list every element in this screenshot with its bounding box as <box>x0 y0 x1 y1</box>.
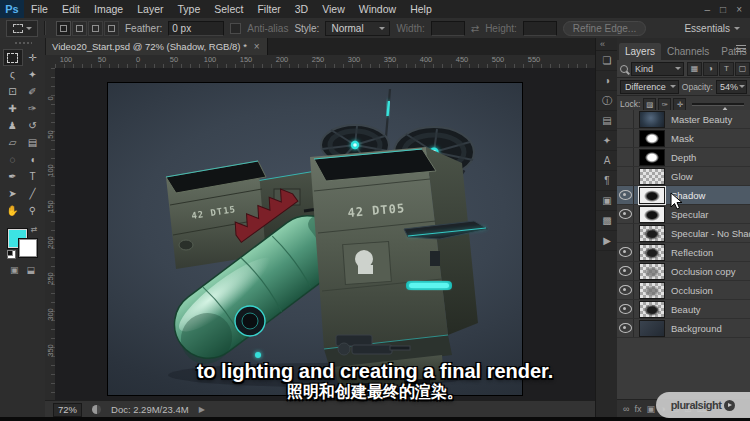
filter-kind-select[interactable]: Kind <box>631 62 684 76</box>
lasso-tool[interactable]: ς <box>3 66 23 83</box>
document-tab[interactable]: Video20_Start.psd @ 72% (Shadow, RGB/8) … <box>45 38 268 55</box>
layer-row-specular-no-shadow[interactable]: Specular - No Shadow <box>617 224 750 243</box>
layer-row-mask[interactable]: Mask <box>617 129 750 148</box>
layer-visibility-toggle[interactable] <box>617 205 634 223</box>
layer-visibility-toggle[interactable] <box>617 110 634 128</box>
layer-row-shadow[interactable]: Shadow <box>617 186 750 205</box>
menu-window[interactable]: Window <box>352 0 403 18</box>
subtract-from-selection-button[interactable] <box>88 21 103 36</box>
layer-row-beauty[interactable]: Beauty <box>617 300 750 319</box>
layer-row-occlusion-copy[interactable]: Occlusion copy <box>617 262 750 281</box>
layer-comps-panel-icon[interactable]: ▣ <box>596 191 618 211</box>
tool-preset-picker[interactable] <box>6 20 38 37</box>
screen-mode-icon[interactable]: ⬓ <box>27 265 36 275</box>
zoom-tool[interactable]: ⚲ <box>23 202 43 219</box>
layer-row-glow[interactable]: Glow <box>617 167 750 186</box>
layer-thumbnail[interactable] <box>639 263 665 280</box>
character-panel-icon[interactable]: A <box>596 151 618 171</box>
layer-thumbnail[interactable] <box>639 244 665 261</box>
histogram-panel-icon[interactable]: ▤ <box>596 111 618 131</box>
layer-visibility-toggle[interactable] <box>617 262 634 280</box>
menu-layer[interactable]: Layer <box>130 0 170 18</box>
layer-row-occlusion[interactable]: Occlusion <box>617 281 750 300</box>
new-selection-button[interactable] <box>56 21 71 36</box>
layer-thumbnail[interactable] <box>639 320 665 337</box>
filter-type-layers-icon[interactable]: T <box>719 62 734 76</box>
layer-row-specular[interactable]: Specular <box>617 205 750 224</box>
height-input[interactable] <box>523 21 557 36</box>
lock-pixels-icon[interactable]: ✑ <box>658 98 671 111</box>
layer-visibility-toggle[interactable] <box>617 186 634 204</box>
opacity-slider[interactable] <box>692 99 744 109</box>
filter-adjustment-layers-icon[interactable]: ◑ <box>703 62 718 76</box>
blend-mode-select[interactable]: Difference <box>620 80 679 94</box>
status-expand-icon[interactable]: ▶ <box>199 405 205 414</box>
layer-thumbnail[interactable] <box>639 282 665 299</box>
layer-row-master-beauty[interactable]: Master Beauty <box>617 110 750 129</box>
menu-help[interactable]: Help <box>403 0 439 18</box>
layer-thumbnail[interactable] <box>639 225 665 242</box>
refine-edge-button[interactable]: Refine Edge... <box>563 21 646 36</box>
dodge-tool[interactable]: ◖ <box>23 151 43 168</box>
layer-visibility-toggle[interactable] <box>617 243 634 261</box>
layer-visibility-toggle[interactable] <box>617 167 634 185</box>
magic-wand-tool[interactable]: ✦ <box>23 66 43 83</box>
layer-row-reflection[interactable]: Reflection <box>617 243 750 262</box>
line-tool[interactable]: ╱ <box>23 185 43 202</box>
intersect-selection-button[interactable] <box>104 21 119 36</box>
pen-tool[interactable]: ✒ <box>3 168 23 185</box>
menu-type[interactable]: Type <box>170 0 207 18</box>
layer-thumbnail[interactable] <box>639 149 665 166</box>
layer-thumbnail[interactable] <box>639 168 665 185</box>
layer-thumbnail[interactable] <box>639 206 665 223</box>
layer-row-depth[interactable]: Depth <box>617 148 750 167</box>
eraser-tool[interactable]: ▱ <box>3 134 23 151</box>
tab-channels[interactable]: Channels <box>661 43 715 60</box>
layer-thumbnail[interactable] <box>639 111 665 128</box>
add-to-selection-button[interactable] <box>72 21 87 36</box>
styles-panel-icon[interactable]: ▩ <box>596 211 618 231</box>
info-panel-icon[interactable]: ⓘ <box>596 91 618 111</box>
link-layers-icon[interactable]: ∞ <box>623 404 629 414</box>
menu-edit[interactable]: Edit <box>55 0 87 18</box>
document-canvas[interactable]: 42 DT15 <box>108 83 522 395</box>
add-layer-mask-icon[interactable]: ▣ <box>646 404 655 414</box>
zoom-level-field[interactable]: 72% <box>53 403 82 417</box>
layer-thumbnail[interactable] <box>639 301 665 318</box>
width-input[interactable] <box>431 21 465 36</box>
pasteboard[interactable]: 42 DT15 <box>55 68 595 400</box>
menu-file[interactable]: File <box>24 0 55 18</box>
crop-tool[interactable]: ⊡ <box>3 83 23 100</box>
eyedropper-tool[interactable]: ✐ <box>23 83 43 100</box>
workspace-switcher[interactable]: Essentials <box>684 23 750 34</box>
menu-select[interactable]: Select <box>207 0 250 18</box>
panel-menu-icon[interactable] <box>736 44 746 52</box>
horizontal-ruler[interactable]: 10050050100150200250300350400450500550 <box>55 55 595 69</box>
background-color-swatch[interactable] <box>19 239 37 257</box>
menu-view[interactable]: View <box>315 0 352 18</box>
tab-close-icon[interactable]: × <box>254 41 260 52</box>
swap-dimensions-icon[interactable]: ⇄ <box>471 23 479 34</box>
swap-colors-icon[interactable]: ⇄ <box>31 225 38 234</box>
layer-thumbnail[interactable] <box>639 130 665 147</box>
layer-visibility-toggle[interactable] <box>617 300 634 318</box>
move-tool[interactable]: ✛ <box>23 49 43 66</box>
healing-brush-tool[interactable]: ✚ <box>3 100 23 117</box>
layer-style-icon[interactable]: fx <box>634 404 641 414</box>
navigator-panel-icon[interactable]: ✦ <box>596 131 618 151</box>
layer-visibility-toggle[interactable] <box>617 148 634 166</box>
filter-pixel-layers-icon[interactable]: ▦ <box>687 62 702 76</box>
layer-visibility-toggle[interactable] <box>617 319 634 337</box>
rectangular-marquee-tool[interactable] <box>3 49 23 66</box>
paragraph-panel-icon[interactable]: ¶ <box>596 171 618 191</box>
tab-layers[interactable]: Layers <box>619 43 661 60</box>
layer-visibility-toggle[interactable] <box>617 129 634 147</box>
menu-3d[interactable]: 3D <box>288 0 315 18</box>
brush-tool[interactable]: ✑ <box>23 100 43 117</box>
lock-position-icon[interactable]: ✛ <box>673 98 686 111</box>
collapse-panels-icon[interactable]: « <box>596 38 618 51</box>
style-select[interactable]: Normal <box>325 21 390 36</box>
actions-panel-icon[interactable]: ▶ <box>596 231 618 251</box>
minimize-button[interactable]: – <box>705 4 711 15</box>
type-tool[interactable]: T <box>23 168 43 185</box>
